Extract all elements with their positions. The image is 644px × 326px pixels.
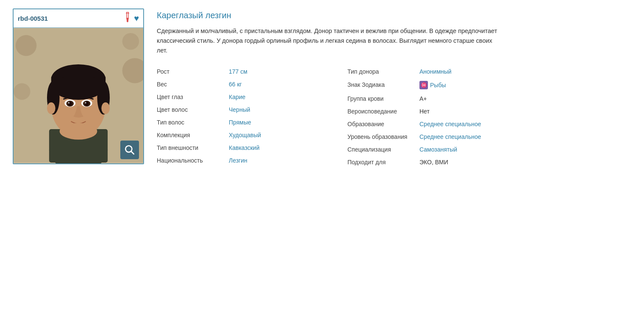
attr-row-hair-type: Тип волос Прямые xyxy=(157,116,347,129)
attr-value-zodiac: ♓ Рыбы xyxy=(419,81,446,89)
attr-row-donor-type: Тип донора Анонимный xyxy=(347,65,538,78)
attr-value-weight: 66 кг xyxy=(229,81,242,88)
attr-value-suitable-for: ЭКО, ВМИ xyxy=(419,159,448,166)
attributes-grid: Рост 177 см Вес 66 кг Цвет глаз Карие Цв… xyxy=(157,65,538,169)
attr-value-blood-group: А+ xyxy=(419,95,427,102)
attr-label-hair-type: Тип волос xyxy=(157,119,229,126)
attr-value-hair-color: Черный xyxy=(229,106,250,113)
search-photo-button[interactable] xyxy=(120,141,139,159)
search-icon xyxy=(124,144,135,155)
right-panel: Кареглазый лезгин Сдержанный и молчаливы… xyxy=(157,8,631,169)
attr-row-suitable-for: Подходит для ЭКО, ВМИ xyxy=(347,156,538,169)
attr-value-education: Среднее специальное xyxy=(419,121,481,127)
attributes-right-column: Тип донора Анонимный Знак Зодиака ♓ Рыбы… xyxy=(347,65,538,169)
attr-label-donor-type: Тип донора xyxy=(347,68,419,75)
attr-label-weight: Вес xyxy=(157,81,229,88)
attr-value-nationality: Лезгин xyxy=(229,157,247,164)
svg-point-6 xyxy=(16,35,36,56)
attr-row-religion: Вероисповедание Нет xyxy=(347,105,538,118)
attr-value-eye-color: Карие xyxy=(229,94,245,100)
donor-card: rbd-00531 ♥ xyxy=(13,8,144,164)
donor-photo-wrapper xyxy=(14,28,143,163)
attr-row-education: Образование Среднее специальное xyxy=(347,118,538,130)
attr-value-appearance: Кавказский xyxy=(229,144,259,151)
attr-label-blood-group: Группа крови xyxy=(347,95,419,102)
attr-row-height: Рост 177 см xyxy=(157,65,347,78)
attr-row-zodiac: Знак Зодиака ♓ Рыбы xyxy=(347,78,538,92)
attr-label-suitable-for: Подходит для xyxy=(347,159,419,166)
attr-value-height: 177 см xyxy=(229,68,247,75)
svg-point-26 xyxy=(85,102,86,104)
attr-label-eye-color: Цвет глаз xyxy=(157,94,229,100)
svg-point-28 xyxy=(101,102,110,114)
svg-point-9 xyxy=(14,83,30,99)
zodiac-badge: ♓ Рыбы xyxy=(419,81,446,89)
attr-label-education-level: Уровень образования xyxy=(347,133,419,140)
attributes-left-column: Рост 177 см Вес 66 кг Цвет глаз Карие Цв… xyxy=(157,65,347,169)
donor-description: Сдержанный и молчаливый, с пристальным в… xyxy=(157,26,504,56)
attr-label-education: Образование xyxy=(347,121,419,127)
svg-point-7 xyxy=(122,33,139,50)
attr-row-hair-color: Цвет волос Черный xyxy=(157,103,347,116)
attr-label-appearance: Тип внешности xyxy=(157,144,229,151)
attr-value-religion: Нет xyxy=(419,108,430,115)
zodiac-pisces-icon: ♓ xyxy=(419,81,428,89)
attr-label-hair-color: Цвет волос xyxy=(157,106,229,113)
card-header: rbd-00531 ♥ xyxy=(14,9,143,28)
donor-title: Кареглазый лезгин xyxy=(157,11,631,20)
attr-label-build: Комплекция xyxy=(157,132,229,138)
svg-point-3 xyxy=(127,20,128,22)
svg-point-27 xyxy=(47,102,56,114)
attr-value-education-level: Среднее специальное xyxy=(419,133,481,140)
svg-point-29 xyxy=(60,123,97,139)
attr-value-hair-type: Прямые xyxy=(229,119,251,126)
attr-row-blood-group: Группа крови А+ xyxy=(347,92,538,105)
left-panel: rbd-00531 ♥ xyxy=(13,8,144,169)
attr-value-build: Худощавый xyxy=(229,132,261,138)
attr-label-nationality: Национальность xyxy=(157,157,229,164)
svg-point-18 xyxy=(53,75,103,100)
main-container: rbd-00531 ♥ xyxy=(0,0,644,177)
tube-icon[interactable] xyxy=(125,12,130,25)
attr-row-appearance: Тип внешности Кавказский xyxy=(157,141,347,154)
attr-value-donor-type: Анонимный xyxy=(419,68,452,75)
attr-row-education-level: Уровень образования Среднее специальное xyxy=(347,130,538,143)
heart-icon[interactable]: ♥ xyxy=(134,14,139,23)
attr-row-specialization: Специализация Самозанятый xyxy=(347,143,538,156)
attr-row-nationality: Национальность Лезгин xyxy=(157,154,347,167)
attr-label-zodiac: Знак Зодиака xyxy=(347,81,419,88)
attr-label-religion: Вероисповедание xyxy=(347,108,419,115)
attr-value-specialization: Самозанятый xyxy=(419,146,457,153)
attr-label-height: Рост xyxy=(157,68,229,75)
attr-row-build: Комплекция Худощавый xyxy=(157,129,347,141)
zodiac-name: Рыбы xyxy=(430,82,446,88)
donor-id: rbd-00531 xyxy=(18,15,48,22)
attr-label-specialization: Специализация xyxy=(347,146,419,153)
attr-row-weight: Вес 66 кг xyxy=(157,78,347,91)
card-icons: ♥ xyxy=(125,12,139,25)
attr-row-eye-color: Цвет глаз Карие xyxy=(157,91,347,103)
svg-line-31 xyxy=(131,152,134,154)
svg-point-25 xyxy=(68,102,69,104)
